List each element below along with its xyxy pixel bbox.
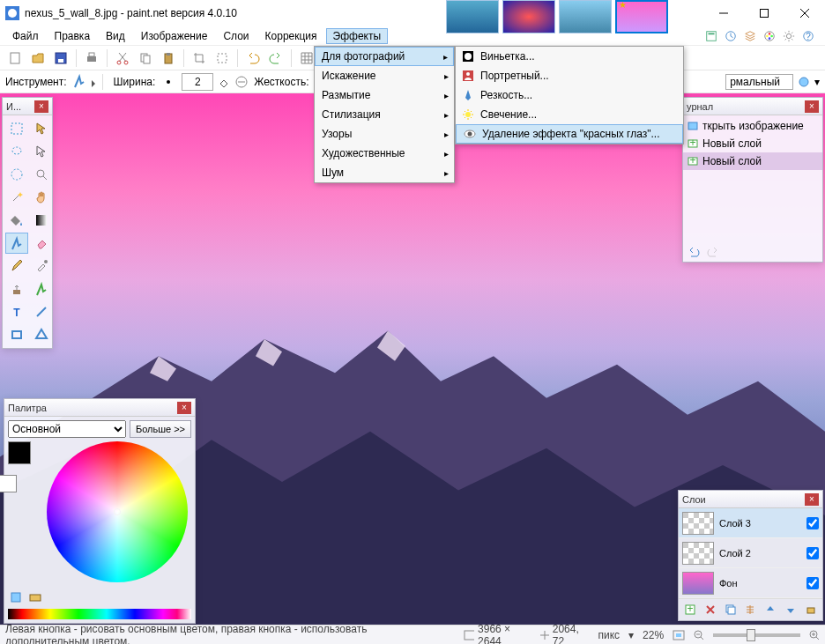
width-dropdown-icon[interactable] [219,74,229,90]
menu-layers[interactable]: Слои [216,28,256,44]
rectangle-tool[interactable] [5,324,28,345]
open-file-icon[interactable] [28,48,48,68]
undo-icon[interactable] [243,48,263,68]
colors-panel-close[interactable]: × [177,402,191,414]
width-input[interactable] [182,73,213,91]
palette-manage-icon[interactable] [27,589,43,605]
menu-file[interactable]: Файл [5,28,46,44]
color-picker-tool[interactable] [30,255,53,277]
effects-menu-stylize[interactable]: Стилизация▸ [315,105,454,124]
move-layer-up-icon[interactable] [762,602,778,618]
history-item[interactable]: +Новый слой [683,135,822,152]
delete-layer-icon[interactable] [702,602,718,618]
redo-icon[interactable] [266,48,286,68]
paintbrush-tool[interactable] [5,233,28,254]
layers-panel-close[interactable]: × [805,493,819,506]
doc-thumb-1[interactable] [446,0,499,33]
effects-menu-blur[interactable]: Размытие▸ [315,85,454,105]
more-button[interactable]: Больше >> [130,420,191,438]
tools-window-toggle[interactable] [703,28,719,44]
colors-panel[interactable]: Палитра × Основной Больше >> [4,398,196,624]
layers-window-toggle[interactable] [742,28,758,44]
layer-properties-icon[interactable] [803,602,819,618]
pan-tool[interactable] [30,187,53,208]
pencil-tool[interactable] [5,255,28,277]
lasso-tool[interactable] [5,141,28,162]
close-button[interactable] [784,0,825,26]
help-icon[interactable]: ? [800,28,816,44]
recolor-tool[interactable] [30,278,53,300]
menu-effects[interactable]: Эффекты [326,28,389,44]
new-file-icon[interactable] [5,48,25,68]
save-icon[interactable] [51,48,71,68]
add-layer-icon[interactable]: + [682,602,698,618]
clone-stamp-tool[interactable] [5,278,28,300]
crop-icon[interactable] [190,48,209,68]
eraser-tool[interactable] [30,233,53,254]
antialias-icon[interactable] [797,75,811,89]
move-layer-down-icon[interactable] [783,602,799,618]
status-unit[interactable]: пикс [598,629,620,641]
cut-icon[interactable] [113,48,132,68]
layer-item[interactable]: Слой 2 [679,538,822,568]
colors-window-toggle[interactable] [762,28,777,44]
color-wheel[interactable] [47,441,188,582]
submenu-glow[interactable]: Свечение... [456,105,683,124]
effects-menu-noise[interactable]: Шум▸ [315,163,454,182]
history-item[interactable]: +Новый слой [683,152,822,170]
doc-thumb-4-active[interactable] [615,0,668,33]
add-palette-color-icon[interactable] [8,589,24,605]
copy-icon[interactable] [136,48,155,68]
tools-panel[interactable]: И... × T [2,97,53,349]
layers-panel[interactable]: Слои × Слой 3 Слой 2 Фон + [678,490,823,621]
duplicate-layer-icon[interactable] [723,602,739,618]
tools-panel-close[interactable]: × [34,100,48,113]
zoom-slider-handle[interactable] [747,629,755,641]
paste-icon[interactable] [159,48,178,68]
layer-visible-checkbox[interactable] [806,577,819,589]
layer-item[interactable]: Фон [679,568,822,598]
move-tool[interactable] [30,141,53,162]
history-window-toggle[interactable] [723,28,739,44]
minimize-button[interactable] [703,0,744,26]
blend-dropdown-icon[interactable]: ▾ [814,76,820,88]
effects-menu-patterns[interactable]: Узоры▸ [315,124,454,144]
settings-icon[interactable] [781,28,797,44]
layer-item[interactable]: Слой 3 [679,508,822,538]
width-decrease-icon[interactable] [234,75,249,89]
history-redo-icon[interactable] [706,246,720,258]
gradient-tool[interactable] [30,210,53,231]
line-tool[interactable] [30,301,53,322]
tool-selector[interactable] [72,74,97,90]
zoom-tool[interactable] [30,164,53,185]
zoom-in-icon[interactable] [809,630,820,640]
effects-menu-distort[interactable]: Искажение▸ [315,66,454,85]
submenu-vignette[interactable]: Виньетка... [456,47,683,66]
menu-image[interactable]: Изображение [134,28,215,44]
menu-adjustments[interactable]: Коррекция [258,28,324,44]
shapes-tool[interactable] [30,324,53,345]
fill-tool[interactable] [5,210,28,231]
history-panel-close[interactable]: × [805,100,819,113]
primary-color-swatch[interactable] [8,441,31,464]
doc-thumb-2[interactable] [502,0,555,33]
move-selection-tool[interactable] [30,118,53,139]
zoom-slider[interactable] [713,633,800,637]
menu-edit[interactable]: Правка [48,28,98,44]
rect-select-tool[interactable] [5,118,28,139]
secondary-color-swatch[interactable] [0,475,17,492]
layer-visible-checkbox[interactable] [806,517,819,529]
color-strip[interactable] [8,609,191,619]
history-undo-icon[interactable] [687,246,701,258]
ellipse-select-tool[interactable] [5,164,28,185]
zoom-out-icon[interactable] [694,630,704,640]
text-tool[interactable]: T [5,301,28,322]
menu-view[interactable]: Вид [99,28,132,44]
effects-menu-photography[interactable]: Для фотографий▸ [315,47,454,66]
submenu-portrait[interactable]: Портретный... [456,66,683,85]
print-icon[interactable] [82,48,101,68]
effects-menu-artistic[interactable]: Художественные▸ [315,144,454,163]
fit-window-icon[interactable] [673,630,685,640]
submenu-red-eye[interactable]: Удаление эффекта "красных глаз"... [456,124,683,144]
magic-wand-tool[interactable] [5,187,28,208]
